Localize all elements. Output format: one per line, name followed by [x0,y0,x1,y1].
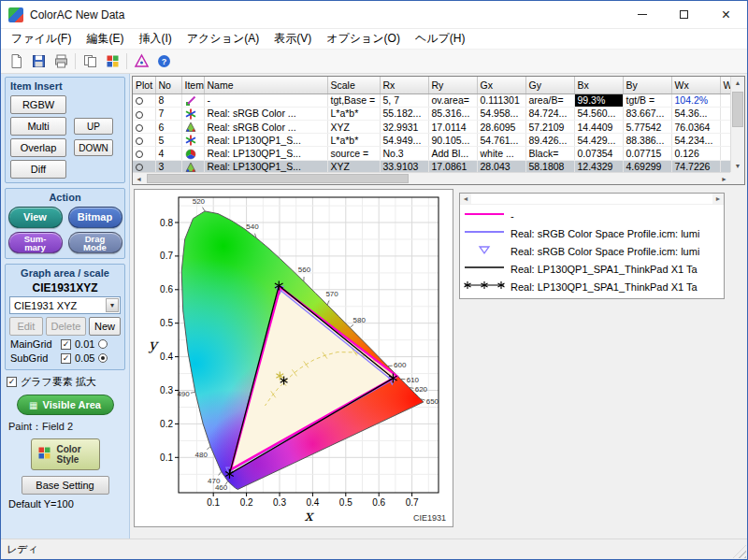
print-icon[interactable] [50,51,71,72]
menu-item-6[interactable]: オプション(O) [319,29,408,49]
table-row-7[interactable]: 7Real: sRGB Color ...L*a*b*55.182...85.3… [133,107,730,120]
horizontal-scroll-thumb[interactable] [147,174,409,183]
scroll-down-icon[interactable] [731,160,744,172]
new-file-icon[interactable] [6,51,26,72]
legend-item-5[interactable]: Real: LP130QP1_SPA1_ThinkPad X1 Ta [463,278,721,295]
subgrid-checkbox[interactable] [61,353,71,364]
action-title: Action [10,192,120,203]
cell-scale: tgt,Base = [327,93,380,107]
multi-button[interactable]: Multi [10,117,66,136]
table-row-6[interactable]: 6Real: sRGB Color ...XYZ32.993117.011428… [133,120,730,133]
cell-wx: 74.7226 [671,160,720,172]
legend-item-2[interactable]: Real: sRGB Color Space Profile.icm: lumi [463,224,721,242]
maingrid-checkbox[interactable] [61,339,71,350]
overlap-button[interactable]: Overlap [10,138,66,157]
down-button[interactable]: DOWN [74,139,113,156]
grid-005-radio[interactable] [98,353,108,363]
delete-button[interactable]: Delete [46,317,86,336]
color-style-button[interactable]: ColorStyle [31,438,100,470]
bitmap-button[interactable]: Bitmap [68,207,122,228]
column-header-rx[interactable]: Rx [380,77,428,93]
column-header-bx[interactable]: Bx [574,77,623,93]
scroll-left-icon[interactable] [133,173,145,184]
save-icon[interactable] [28,51,49,72]
graph-zoom-checkbox[interactable] [7,377,17,387]
copy-icon[interactable] [79,51,100,72]
menu-item-4[interactable]: アクション(A) [180,29,266,49]
plot-toggle[interactable] [133,160,155,172]
column-header-gy[interactable]: Gy [525,77,574,93]
plot-toggle[interactable] [133,134,155,147]
column-header-name[interactable]: Name [204,77,327,93]
scroll-up-icon[interactable] [731,77,744,89]
scroll-right-icon[interactable] [718,173,730,184]
table-horizontal-scrollbar[interactable] [133,172,730,184]
menu-item-5[interactable]: 表示(V) [266,29,319,49]
summary-button[interactable]: Sum-mary [8,232,63,253]
grid-001-radio[interactable] [98,339,108,349]
cell-wx: 0.126 [671,147,720,160]
item-name: Real: LP130QP1_S... [204,147,327,160]
help-icon[interactable]: ? [153,51,174,72]
table-row-8[interactable]: 8-tgt,Base =5, 7ov.area=0.111301area/B=9… [133,93,730,107]
rgbw-button[interactable]: RGBW [10,95,66,114]
plot-toggle[interactable] [133,120,155,133]
svg-text:480: 480 [195,451,209,459]
color-grid-icon[interactable] [102,51,122,72]
table-vertical-scrollbar[interactable] [730,77,744,172]
column-header-ry[interactable]: Ry [428,77,477,93]
minimize-button[interactable] [621,1,663,28]
up-button[interactable]: UP [74,118,113,135]
maximize-button[interactable] [663,1,705,28]
menu-item-2[interactable]: 編集(E) [79,29,131,49]
column-header-gx[interactable]: Gx [477,77,525,93]
column-header-plot[interactable]: Plot [133,77,155,93]
legend-scroll-right-icon[interactable] [712,194,724,204]
column-header-wx[interactable]: Wx [671,77,720,93]
cell-rx: 54.949... [380,134,428,147]
drag-mode-button[interactable]: DragMode [68,232,122,253]
gamut-icon[interactable] [131,51,151,72]
legend-item-3[interactable]: Real: sRGB Color Space Profile.icm: lumi [463,242,721,260]
legend-scrollbar[interactable] [460,194,724,205]
cell-w [720,147,730,160]
vertical-scroll-thumb[interactable] [732,92,743,127]
new-button[interactable]: New [89,317,121,336]
table-row-4[interactable]: 4Real: LP130QP1_S...source =No.3Add Bl..… [133,147,730,160]
close-button[interactable] [705,1,747,28]
visible-area-button[interactable]: Visible Area [17,395,114,415]
svg-text:0.1: 0.1 [160,452,173,463]
chromaticity-chart[interactable]: 4604704804905205405605705806006106206500… [134,189,453,527]
svg-text:520: 520 [193,197,206,206]
cell-gy: 84.724... [525,107,574,120]
cell-scale: L*a*b* [327,134,380,147]
plot-toggle[interactable] [133,107,155,120]
cell-gy: 58.1808 [525,160,574,172]
menu-item-7[interactable]: ヘルプ(H) [408,29,473,49]
status-text: レディ [7,542,38,556]
legend-scroll-left-icon[interactable] [460,194,471,204]
resize-grip[interactable] [733,545,746,558]
view-button[interactable]: View [8,207,63,228]
legend-item-1[interactable]: - [463,207,721,224]
column-header-scale[interactable]: Scale [327,77,380,93]
chevron-down-icon[interactable] [106,298,119,312]
plot-toggle[interactable] [133,147,155,160]
diff-button[interactable]: Diff [10,160,66,179]
plot-toggle[interactable] [133,93,155,107]
menu-item-3[interactable]: 挿入(I) [131,29,179,49]
cell-ry: 17.0114 [428,120,477,133]
column-header-w[interactable]: W [720,77,730,93]
svg-text:620: 620 [415,385,428,394]
graph-area-select[interactable]: CIE1931 XYZ [9,296,121,314]
table-row-3[interactable]: 3Real: LP130QP1_S...XYZ33.910317.086128.… [133,160,730,172]
base-setting-button[interactable]: Base Setting [22,476,109,495]
menu-item-1[interactable]: ファイル(F) [4,29,79,49]
column-header-no[interactable]: No [155,77,181,93]
gamut-triangle-icon [181,120,204,133]
edit-button[interactable]: Edit [9,317,43,336]
table-row-5[interactable]: 5Real: LP130QP1_S...L*a*b*54.949...90.10… [133,134,730,147]
legend-item-4[interactable]: Real: LP130QP1_SPA1_ThinkPad X1 Ta [463,260,721,278]
column-header-by[interactable]: By [623,77,671,93]
column-header-item[interactable]: Item [181,77,204,93]
